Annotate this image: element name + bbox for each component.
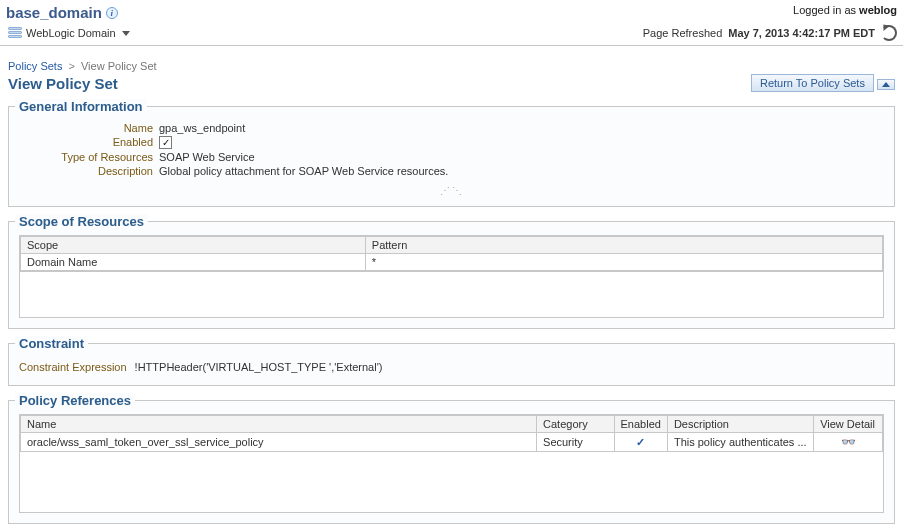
cell-name: oracle/wss_saml_token_over_ssl_service_p… [21,433,537,452]
view-detail-icon[interactable]: 👓 [820,435,876,449]
policy-references-title: Policy References [15,393,135,408]
col-category: Category [537,416,614,433]
breadcrumb: Policy Sets > View Policy Set [8,60,895,72]
value-constraint-expr: !HTTPHeader('VIRTUAL_HOST_TYPE ','Extern… [135,361,383,373]
general-info-panel: General Information Name gpa_ws_endpoint… [8,106,895,207]
table-row[interactable]: Domain Name * [21,254,883,271]
cell-scope: Domain Name [21,254,366,271]
logged-in-user: weblog [859,4,897,16]
scope-table: Scope Pattern Domain Name * [20,236,883,271]
refresh-icon[interactable] [881,25,897,41]
table-header-row: Scope Pattern [21,237,883,254]
scope-title: Scope of Resources [15,214,148,229]
value-desc: Global policy attachment for SOAP Web Se… [159,165,448,177]
enabled-checkbox: ✓ [159,136,172,149]
chevron-up-icon [882,82,890,87]
page-title: View Policy Set [8,75,118,92]
table-row[interactable]: oracle/wss_saml_token_over_ssl_service_p… [21,433,883,452]
domain-title: base_domain i [6,4,118,21]
weblogic-domain-menu[interactable]: WebLogic Domain [8,27,130,39]
scope-panel: Scope of Resources Scope Pattern Domain … [8,221,895,329]
collapse-button[interactable] [877,79,895,90]
cell-category: Security [537,433,614,452]
pref-empty-area [20,452,883,512]
col-scope: Scope [21,237,366,254]
col-detail: View Detail [814,416,883,433]
policy-references-panel: Policy References Name Category Enabled … [8,400,895,524]
scope-empty-area [20,271,883,317]
col-pattern: Pattern [365,237,882,254]
value-type: SOAP Web Service [159,151,255,163]
breadcrumb-root[interactable]: Policy Sets [8,60,62,72]
label-constraint-expr: Constraint Expression [19,361,135,373]
table-header-row: Name Category Enabled Description View D… [21,416,883,433]
chevron-down-icon [122,31,130,36]
col-desc: Description [667,416,813,433]
policy-references-table: Name Category Enabled Description View D… [20,415,883,452]
col-enabled: Enabled [614,416,667,433]
cell-desc: This policy authenticates ... [667,433,813,452]
col-name: Name [21,416,537,433]
breadcrumb-current: View Policy Set [81,60,157,72]
domain-menu-label: WebLogic Domain [26,27,116,39]
page-refreshed: Page Refreshed May 7, 2013 4:42:17 PM ED… [643,25,897,41]
constraint-title: Constraint [15,336,88,351]
logged-in-prefix: Logged in as [793,4,859,16]
refresh-time: May 7, 2013 4:42:17 PM EDT [728,27,875,39]
label-enabled: Enabled [19,136,159,149]
domain-icon [8,27,22,39]
label-type: Type of Resources [19,151,159,163]
return-button-label: Return To Policy Sets [760,77,865,89]
constraint-panel: Constraint Constraint Expression !HTTPHe… [8,343,895,386]
info-icon[interactable]: i [106,7,118,19]
refresh-prefix: Page Refreshed [643,27,723,39]
domain-title-text: base_domain [6,4,102,21]
general-info-title: General Information [15,99,147,114]
resize-grip-icon[interactable]: ⋰⋱ [19,185,884,196]
return-button[interactable]: Return To Policy Sets [751,74,874,92]
enabled-check-icon: ✓ [621,436,661,449]
label-name: Name [19,122,159,134]
login-bar: Logged in as weblog [793,4,897,16]
cell-pattern: * [365,254,882,271]
value-name: gpa_ws_endpoint [159,122,245,134]
label-desc: Description [19,165,159,177]
breadcrumb-sep: > [68,60,74,72]
